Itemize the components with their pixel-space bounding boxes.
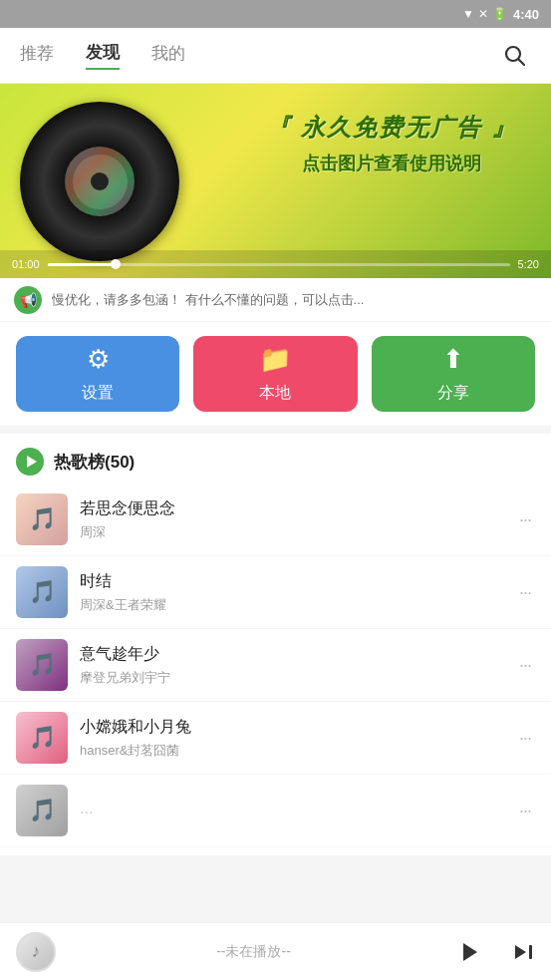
next-button[interactable] [505,937,535,967]
song-thumbnail-3: 🎵 [16,639,68,691]
bottom-player: ♪ --未在播放-- [0,922,551,980]
player-controls [451,935,535,969]
search-button[interactable] [499,40,531,72]
song-thumbnail-2: 🎵 [16,566,68,618]
song-more-3[interactable]: ··· [515,651,535,680]
song-name-3: 意气趁年少 [80,644,503,665]
play-button[interactable] [451,935,485,969]
settings-label: 设置 [82,383,114,404]
share-label: 分享 [437,383,469,404]
announce-text: 慢优化，请多多包涵！ 有什么不懂的问题，可以点击... [52,291,364,309]
song-artist-3: 摩登兄弟刘宇宁 [80,669,503,687]
vinyl-record [20,102,179,261]
share-button[interactable]: ⬆ 分享 [372,336,535,412]
player-status: --未在播放-- [68,943,439,961]
local-label: 本地 [259,383,291,404]
announce-bar: 📢 慢优化，请多多包涵！ 有什么不懂的问题，可以点击... [0,278,551,322]
tab-tuijian[interactable]: 推荐 [20,42,54,69]
song-item[interactable]: 🎵 ... ··· [0,775,551,847]
battery-icon: 🔋 [492,7,507,21]
status-bar: ▼ ✕ 🔋 4:40 [0,0,551,28]
settings-button[interactable]: ⚙ 设置 [16,336,179,412]
song-name-4: 小嫦娥和小月兔 [80,717,503,738]
status-icons: ▼ ✕ 🔋 [462,7,507,21]
progress-start: 01:00 [12,258,40,270]
song-more-2[interactable]: ··· [515,578,535,607]
settings-icon: ⚙ [87,344,110,375]
local-button[interactable]: 📁 本地 [193,336,357,412]
progress-end: 5:20 [518,258,539,270]
song-item[interactable]: 🎵 时结 周深&王者荣耀 ··· [0,556,551,629]
song-name-5: ... [80,800,503,817]
song-more-5[interactable]: ··· [515,797,535,825]
nav-tabs: 推荐 发现 我的 [20,41,185,70]
song-info-2: 时结 周深&王者荣耀 [80,571,503,614]
player-spacer [0,855,551,913]
song-item[interactable]: 🎵 若思念便思念 周深 ··· [0,484,551,556]
tab-faxian[interactable]: 发现 [86,41,120,70]
play-all-button[interactable] [16,448,44,476]
banner-title: 『 永久免费无广告 』 [252,112,531,144]
song-info-5: ... [80,800,503,821]
hot-songs-title: 热歌榜(50) [54,451,135,474]
song-thumbnail-5: 🎵 [16,785,68,836]
song-info-4: 小嫦娥和小月兔 hanser&封茗囧菌 [80,717,503,760]
signal-icon: ▼ [462,7,474,21]
status-time: 4:40 [513,7,539,22]
progress-bar: 01:00 5:20 [0,250,551,278]
banner[interactable]: 『 永久免费无广告 』 点击图片查看使用说明 01:00 5:20 [0,84,551,278]
tab-wode[interactable]: 我的 [151,42,185,69]
section-header: 热歌榜(50) [0,434,551,484]
song-more-1[interactable]: ··· [515,505,535,534]
song-artist-4: hanser&封茗囧菌 [80,742,503,760]
song-item[interactable]: 🎵 意气趁年少 摩登兄弟刘宇宁 ··· [0,629,551,702]
progress-fill [48,263,118,266]
action-buttons: ⚙ 设置 📁 本地 ⬆ 分享 [0,322,551,426]
song-item[interactable]: 🎵 小嫦娥和小月兔 hanser&封茗囧菌 ··· [0,702,551,775]
top-nav: 推荐 发现 我的 [0,28,551,84]
announce-icon: 📢 [14,286,42,314]
svg-line-1 [519,59,525,65]
song-thumbnail-4: 🎵 [16,712,68,764]
song-thumbnail-1: 🎵 [16,493,68,545]
banner-text-area: 『 永久免费无广告 』 点击图片查看使用说明 [252,112,531,175]
speaker-icon: 📢 [20,292,37,308]
banner-subtitle: 点击图片查看使用说明 [252,152,531,175]
player-avatar[interactable]: ♪ [16,932,56,972]
network-icon: ✕ [478,7,488,21]
song-more-4[interactable]: ··· [515,724,535,753]
music-note-icon: ♪ [32,941,41,962]
song-artist-2: 周深&王者荣耀 [80,596,503,614]
progress-track[interactable] [48,263,510,266]
share-icon: ⬆ [442,344,464,375]
song-artist-1: 周深 [80,523,503,541]
song-info-1: 若思念便思念 周深 [80,498,503,541]
song-name-1: 若思念便思念 [80,498,503,519]
song-name-2: 时结 [80,571,503,592]
local-icon: 📁 [259,344,291,375]
song-info-3: 意气趁年少 摩登兄弟刘宇宁 [80,644,503,687]
song-list: 🎵 若思念便思念 周深 ··· 🎵 时结 周深&王者荣耀 ··· 🎵 意气趁年少… [0,484,551,855]
